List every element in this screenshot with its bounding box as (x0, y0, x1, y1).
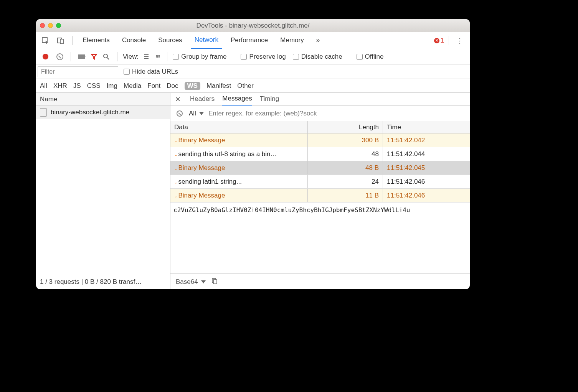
disable-cache-checkbox[interactable]: Disable cache (293, 53, 342, 61)
waterfall-icon[interactable]: ≋ (154, 53, 162, 61)
checkbox-icon (241, 54, 247, 60)
group-by-frame-checkbox[interactable]: Group by frame (173, 53, 226, 61)
message-row[interactable]: ↓Binary Message 11 B 11:51:42.046 (170, 189, 470, 203)
kebab-menu-icon[interactable]: ⋮ (454, 36, 466, 45)
tab-messages[interactable]: Messages (222, 92, 252, 106)
search-button[interactable] (101, 51, 112, 62)
tab-headers[interactable]: Headers (190, 93, 215, 106)
request-row[interactable]: binary-websocket.glitch.me (36, 106, 170, 119)
offline-checkbox[interactable]: Offline (357, 53, 384, 61)
filter-toggle-button[interactable] (91, 54, 97, 60)
devtools-window: DevTools - binary-websocket.glitch.me/ E… (36, 19, 470, 289)
type-other[interactable]: Other (237, 82, 254, 90)
message-payload[interactable]: c2VuZGluZyB0aGlzIHV0Zi04IHN0cmluZyBhcyBh… (170, 203, 470, 274)
encoding-dropdown[interactable]: Base64 (176, 278, 206, 286)
svg-point-3 (104, 54, 107, 58)
messages-toolbar: All (170, 106, 470, 121)
separator (167, 52, 167, 61)
error-icon: ✕ (434, 38, 439, 43)
col-length-header[interactable]: Length (308, 121, 383, 133)
type-media[interactable]: Media (124, 82, 141, 90)
error-indicator[interactable]: ✕ 1 (434, 37, 444, 44)
requests-pane: Name binary-websocket.glitch.me (36, 93, 170, 274)
clear-messages-button[interactable] (174, 108, 185, 119)
window-title: DevTools - binary-websocket.glitch.me/ (36, 22, 470, 30)
message-type-dropdown[interactable]: All (189, 110, 204, 117)
regex-filter-input[interactable] (208, 109, 466, 118)
separator (71, 52, 71, 61)
separator (449, 36, 449, 45)
capture-screenshots-button[interactable] (76, 51, 87, 62)
table-header: Data Length Time (170, 121, 470, 133)
main-tabs-row: Elements Console Sources Network Perform… (36, 32, 470, 49)
type-doc[interactable]: Doc (167, 82, 178, 90)
tab-memory[interactable]: Memory (276, 33, 307, 49)
tab-network[interactable]: Network (191, 32, 222, 49)
type-manifest[interactable]: Manifest (206, 82, 231, 90)
record-button[interactable] (40, 51, 51, 62)
separator (351, 52, 351, 61)
type-ws[interactable]: WS (185, 82, 200, 90)
body-split: Name binary-websocket.glitch.me ✕ Header… (36, 93, 470, 274)
tab-performance[interactable]: Performance (227, 33, 272, 49)
type-xhr[interactable]: XHR (53, 82, 67, 90)
statusbar: 1 / 3 requests | 0 B / 820 B transf… Bas… (36, 274, 470, 289)
col-data-header[interactable]: Data (170, 121, 308, 133)
close-window-button[interactable] (40, 23, 45, 28)
clear-icon (177, 110, 183, 117)
camera-icon (78, 54, 85, 59)
col-time-header[interactable]: Time (383, 121, 470, 133)
device-toggle-icon[interactable] (55, 35, 66, 46)
type-js[interactable]: JS (73, 82, 81, 90)
chevron-down-icon (199, 112, 204, 115)
message-row[interactable]: ↓sending latin1 string... 24 11:51:42.04… (170, 175, 470, 189)
window-controls (40, 23, 61, 28)
arrow-down-icon: ↓ (174, 150, 178, 158)
error-count: 1 (441, 37, 444, 44)
minimize-window-button[interactable] (48, 23, 53, 28)
separator (72, 36, 73, 45)
type-font[interactable]: Font (147, 82, 160, 90)
filter-input[interactable] (38, 66, 118, 77)
detail-tabs: ✕ Headers Messages Timing (170, 93, 470, 106)
clear-button[interactable] (54, 51, 65, 62)
checkbox-icon (293, 54, 299, 60)
preserve-log-checkbox[interactable]: Preserve log (241, 53, 286, 61)
funnel-icon (91, 54, 97, 60)
network-toolbar: View: ☰ ≋ Group by frame Preserve log Di… (36, 49, 470, 64)
tab-sources[interactable]: Sources (154, 33, 186, 49)
detail-pane: ✕ Headers Messages Timing All Data Lengt… (170, 93, 470, 274)
titlebar: DevTools - binary-websocket.glitch.me/ (36, 19, 470, 32)
hide-data-urls-checkbox[interactable]: Hide data URLs (124, 68, 178, 76)
large-rows-icon[interactable]: ☰ (142, 53, 150, 61)
zoom-window-button[interactable] (56, 23, 61, 28)
type-img[interactable]: Img (107, 82, 117, 90)
type-all[interactable]: All (40, 82, 47, 90)
messages-table: Data Length Time ↓Binary Message 300 B 1… (170, 121, 470, 203)
type-css[interactable]: CSS (87, 82, 101, 90)
close-detail-button[interactable]: ✕ (175, 95, 182, 104)
requests-empty-area (36, 119, 170, 274)
message-row[interactable]: ↓Binary Message 48 B 11:51:42.045 (170, 161, 470, 175)
name-column-header[interactable]: Name (36, 93, 170, 106)
separator (117, 52, 117, 61)
request-name: binary-websocket.glitch.me (51, 109, 129, 116)
tab-console[interactable]: Console (118, 33, 150, 49)
dropdown-label: All (189, 110, 196, 117)
message-row[interactable]: ↓sending this utf-8 string as a bin… 48 … (170, 147, 470, 161)
filter-row: Hide data URLs (36, 64, 470, 79)
separator (235, 52, 235, 61)
view-label: View: (123, 53, 139, 61)
encoding-label: Base64 (176, 278, 198, 286)
arrow-down-icon: ↓ (174, 164, 178, 172)
svg-line-4 (107, 58, 109, 59)
tab-more[interactable]: » (312, 33, 324, 49)
document-icon (40, 108, 47, 117)
tab-timing[interactable]: Timing (260, 93, 279, 106)
inspect-element-icon[interactable] (40, 35, 51, 46)
tab-elements[interactable]: Elements (79, 33, 114, 49)
arrow-down-icon: ↓ (174, 137, 178, 144)
copy-button[interactable] (211, 277, 218, 286)
checkbox-icon (173, 54, 179, 60)
message-row[interactable]: ↓Binary Message 300 B 11:51:42.042 (170, 133, 470, 147)
